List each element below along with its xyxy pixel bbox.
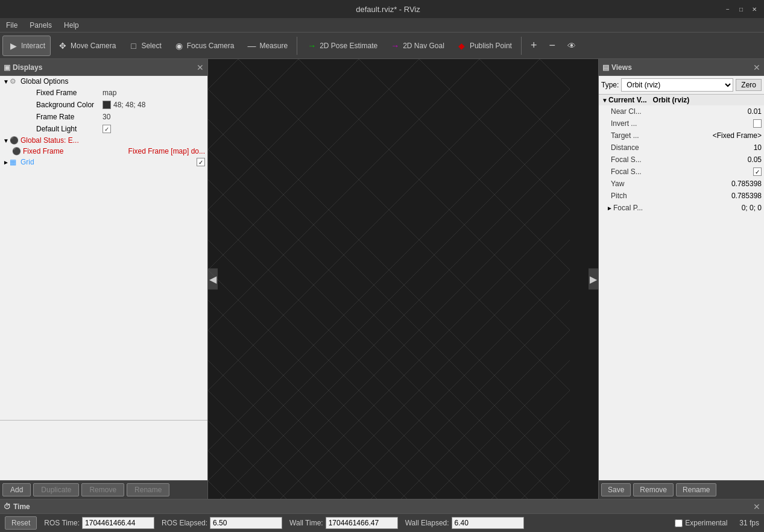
wall-elapsed-field: Wall Elapsed: — [405, 517, 524, 529]
rename-view-button[interactable]: Rename — [676, 483, 716, 496]
focal-point-value: 0; 0; 0 — [742, 204, 762, 212]
bottom-area: ⏱ Time ✕ Reset ROS Time: ROS Elapsed: Wa… — [0, 499, 764, 532]
global-status-item[interactable]: ▼ ⚫ Global Status: E... — [0, 135, 207, 146]
add-display-button[interactable]: Add — [2, 483, 31, 496]
pose-estimate-button[interactable]: → 2D Pose Estimate — [301, 36, 383, 56]
near-clip-value: 0.01 — [748, 107, 762, 116]
focal-shape-value: ✓ — [753, 167, 762, 176]
views-panel-close[interactable]: ✕ — [753, 63, 760, 72]
focus-camera-label: Focus Camera — [187, 42, 235, 50]
current-view-header[interactable]: ▼ Current V... Orbit (rviz) — [599, 95, 764, 105]
focal-point-label: Focal P... — [613, 204, 742, 212]
nav-goal-button[interactable]: → 2D Nav Goal — [384, 36, 450, 56]
frame-rate-row[interactable]: Frame Rate 30 — [0, 111, 207, 123]
maximize-button[interactable]: □ — [736, 4, 746, 14]
time-panel-close[interactable]: ✕ — [753, 502, 760, 512]
invert-checkbox[interactable] — [753, 119, 762, 128]
error-icon: ⚫ — [10, 136, 18, 145]
fixed-frame-error-value: Fixed Frame [map] do... — [126, 147, 205, 155]
window-title: default.rviz* - RViz — [53, 5, 723, 14]
focal-scale-label: Focal S... — [611, 155, 748, 164]
global-options-item[interactable]: ▼ ⚙ Global Options — [0, 76, 207, 87]
minimize-button[interactable]: − — [723, 4, 733, 14]
background-color-value: 48; 48; 48 — [103, 101, 145, 109]
grid-checkbox[interactable]: ✓ — [197, 158, 205, 166]
focal-shape-checkbox[interactable]: ✓ — [753, 167, 762, 176]
reset-button[interactable]: Reset — [5, 516, 37, 530]
fixed-frame-value: map — [103, 89, 116, 97]
add-toolbar-button[interactable]: + — [525, 36, 543, 56]
grid-item[interactable]: ► ▦ Grid ✓ — [0, 157, 207, 167]
remove-toolbar-button[interactable]: − — [543, 36, 561, 56]
window-controls[interactable]: − □ ✕ — [723, 4, 759, 14]
move-camera-button[interactable]: ✥ Move Camera — [52, 36, 121, 56]
menu-file[interactable]: File — [2, 20, 21, 31]
distance-value: 10 — [754, 143, 762, 152]
experimental-section: Experimental — [675, 519, 727, 527]
invert-row[interactable]: Invert ... — [599, 117, 764, 130]
publish-icon: ◆ — [456, 40, 467, 51]
ros-time-input[interactable] — [82, 517, 154, 529]
views-zero-button[interactable]: Zero — [736, 79, 762, 91]
focal-shape-label: Focal S... — [611, 167, 753, 176]
views-type-select[interactable]: Orbit (rviz) — [621, 78, 733, 92]
yaw-row[interactable]: Yaw 0.785398 — [599, 178, 764, 190]
global-options-expand[interactable]: ▼ — [2, 78, 10, 85]
current-view-expand[interactable]: ▼ — [601, 96, 608, 104]
publish-point-label: Publish Point — [470, 42, 512, 50]
eye-toolbar-button[interactable]: 👁 — [562, 36, 581, 56]
ros-time-field: ROS Time: — [44, 517, 154, 529]
fixed-frame-row[interactable]: Fixed Frame map — [0, 87, 207, 99]
default-light-row[interactable]: Default Light ✓ — [0, 123, 207, 135]
viewport-right-arrow[interactable]: ▶ — [589, 269, 598, 290]
menu-help[interactable]: Help — [60, 20, 83, 31]
current-view-label: Current V... Orbit (rviz) — [608, 96, 689, 104]
grid-expand[interactable]: ► — [2, 158, 10, 166]
3d-viewport-canvas[interactable] — [208, 59, 598, 499]
focal-shape-row[interactable]: Focal S... ✓ — [599, 166, 764, 178]
close-button[interactable]: ✕ — [750, 4, 759, 14]
global-status-label: Global Status: E... — [21, 136, 205, 145]
select-button[interactable]: □ Select — [122, 36, 166, 56]
rename-display-button[interactable]: Rename — [127, 483, 169, 496]
near-clip-row[interactable]: Near Cl... 0.01 — [599, 105, 764, 117]
focal-point-row[interactable]: ► Focal P... 0; 0; 0 — [599, 202, 764, 214]
save-view-button[interactable]: Save — [601, 483, 631, 496]
displays-panel-close[interactable]: ✕ — [197, 63, 204, 72]
global-status-expand[interactable]: ▼ — [2, 137, 10, 144]
publish-point-button[interactable]: ◆ Publish Point — [451, 36, 517, 56]
distance-row[interactable]: Distance 10 — [599, 142, 764, 154]
remove-view-button[interactable]: Remove — [633, 483, 674, 496]
titlebar: default.rviz* - RViz − □ ✕ — [0, 0, 764, 18]
cursor-icon: ▶ — [8, 40, 19, 51]
duplicate-display-button[interactable]: Duplicate — [33, 483, 79, 496]
viewport-left-arrow[interactable]: ◀ — [208, 269, 218, 290]
experimental-checkbox[interactable] — [675, 519, 683, 527]
ros-elapsed-input[interactable] — [210, 517, 282, 529]
background-color-label: Background Color — [36, 101, 103, 109]
target-row[interactable]: Target ... <Fixed Frame> — [599, 130, 764, 142]
pitch-row[interactable]: Pitch 0.785398 — [599, 190, 764, 202]
menu-panels[interactable]: Panels — [26, 20, 55, 31]
wall-time-input[interactable] — [326, 517, 398, 529]
measure-button[interactable]: — Measure — [241, 36, 293, 56]
fixed-frame-error-item[interactable]: ⚫ Fixed Frame Fixed Frame [map] do... — [0, 146, 207, 157]
focus-camera-button[interactable]: ◉ Focus Camera — [168, 36, 240, 56]
invert-label: Invert ... — [611, 119, 753, 128]
background-color-row[interactable]: Background Color 48; 48; 48 — [0, 99, 207, 111]
displays-buttons: Add Duplicate Remove Rename — [0, 480, 207, 499]
focal-scale-row[interactable]: Focal S... 0.05 — [599, 154, 764, 166]
error-child-icon: ⚫ — [12, 147, 21, 155]
default-light-checkbox[interactable]: ✓ — [103, 125, 111, 133]
views-panel-header: ▤ Views ✕ — [599, 59, 764, 76]
remove-display-button[interactable]: Remove — [81, 483, 124, 496]
views-tree: ▼ Current V... Orbit (rviz) Near Cl... 0… — [599, 95, 764, 480]
time-panel: ⏱ Time ✕ Reset ROS Time: ROS Elapsed: Wa… — [0, 499, 764, 532]
displays-tree: ▼ ⚙ Global Options Fixed Frame map Backg… — [0, 76, 207, 420]
viewport[interactable]: ◀ ▶ — [208, 59, 598, 499]
wall-elapsed-input[interactable] — [452, 517, 524, 529]
svg-rect-0 — [208, 59, 598, 499]
interact-button[interactable]: ▶ Interact — [2, 36, 51, 56]
views-icon: ▤ — [602, 63, 609, 72]
focal-point-expand[interactable]: ► — [606, 204, 613, 211]
